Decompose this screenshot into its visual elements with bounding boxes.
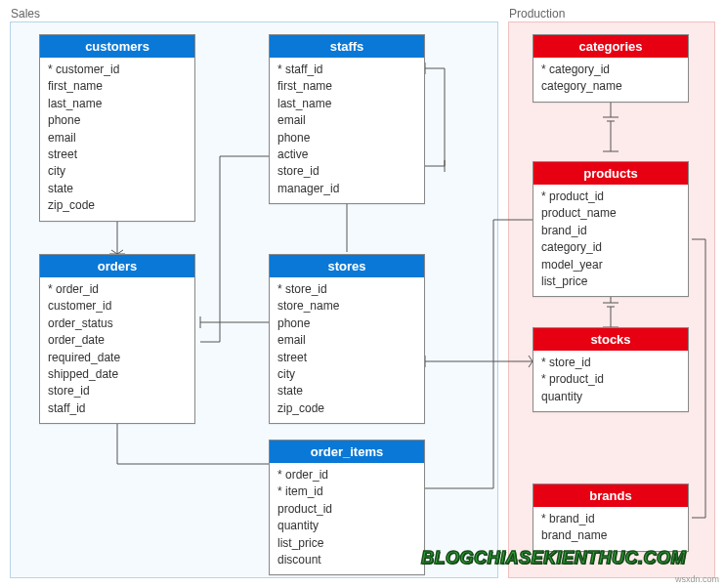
column-name: product_id	[277, 501, 416, 518]
table-order-items: order_items * order_id* item_idproduct_i…	[269, 440, 425, 575]
column-name: product_name	[541, 205, 680, 222]
table-brands-title: brands	[533, 484, 688, 507]
column-name: phone	[277, 130, 416, 147]
table-stocks: stocks * store_id* product_idquantity	[533, 327, 689, 412]
column-name: first_name	[277, 78, 416, 95]
column-name: email	[48, 130, 187, 147]
column-name: brand_id	[541, 223, 680, 239]
column-name: * product_id	[541, 189, 680, 205]
column-name: order_date	[48, 332, 187, 349]
column-name: order_status	[48, 315, 187, 332]
column-name: phone	[48, 112, 187, 129]
column-name: * store_id	[541, 355, 680, 371]
column-name: street	[277, 350, 416, 366]
corner-text: wsxdn.com	[675, 574, 719, 584]
column-name: quantity	[277, 518, 416, 534]
column-name: brand_name	[541, 527, 680, 544]
table-customers-columns: * customer_idfirst_namelast_namephoneema…	[40, 58, 194, 221]
watermark-text: BLOGCHIASEKIENTHUC.COM	[421, 548, 686, 568]
column-name: manager_id	[277, 181, 416, 197]
table-customers: customers * customer_idfirst_namelast_na…	[39, 34, 195, 222]
column-name: * staff_id	[277, 62, 416, 78]
column-name: city	[277, 366, 416, 383]
column-name: list_price	[541, 273, 680, 290]
table-orders-title: orders	[40, 255, 194, 277]
table-order-items-columns: * order_id* item_idproduct_idquantitylis…	[270, 463, 424, 574]
table-products: products * product_idproduct_namebrand_i…	[533, 161, 689, 297]
table-orders: orders * order_idcustomer_idorder_status…	[39, 254, 195, 424]
column-name: staff_id	[48, 400, 187, 417]
column-name: quantity	[541, 389, 680, 405]
column-name: * category_id	[541, 62, 680, 78]
column-name: store_id	[277, 163, 416, 180]
column-name: state	[48, 181, 187, 197]
column-name: * order_id	[277, 467, 416, 483]
column-name: store_id	[48, 383, 187, 399]
column-name: shipped_date	[48, 366, 187, 383]
column-name: phone	[277, 315, 416, 332]
table-brands-columns: * brand_idbrand_name	[533, 507, 688, 551]
column-name: * store_id	[277, 281, 416, 298]
column-name: model_year	[541, 257, 680, 273]
table-stocks-columns: * store_id* product_idquantity	[533, 351, 688, 411]
table-categories: categories * category_idcategory_name	[533, 34, 689, 103]
schema-sales-label: Sales	[11, 7, 40, 21]
column-name: * item_id	[277, 483, 416, 500]
column-name: state	[277, 383, 416, 399]
table-customers-title: customers	[40, 35, 194, 58]
table-stores: stores * store_idstore_namephoneemailstr…	[269, 254, 425, 424]
column-name: city	[48, 163, 187, 180]
column-name: category_id	[541, 239, 680, 256]
column-name: * customer_id	[48, 62, 187, 78]
column-name: street	[48, 147, 187, 163]
table-staffs-title: staffs	[270, 35, 424, 58]
column-name: email	[277, 332, 416, 349]
table-products-columns: * product_idproduct_namebrand_idcategory…	[533, 185, 688, 296]
column-name: discount	[277, 552, 416, 568]
column-name: zip_code	[277, 400, 416, 417]
column-name: category_name	[541, 78, 680, 95]
column-name: last_name	[277, 96, 416, 112]
column-name: store_name	[277, 298, 416, 315]
column-name: list_price	[277, 535, 416, 552]
column-name: * brand_id	[541, 511, 680, 527]
table-order-items-title: order_items	[270, 441, 424, 463]
table-stores-columns: * store_idstore_namephoneemailstreetcity…	[270, 277, 424, 423]
column-name: zip_code	[48, 197, 187, 214]
table-brands: brands * brand_idbrand_name	[533, 483, 689, 552]
column-name: active	[277, 147, 416, 163]
column-name: first_name	[48, 78, 187, 95]
column-name: required_date	[48, 350, 187, 366]
table-stocks-title: stocks	[533, 328, 688, 351]
table-products-title: products	[533, 162, 688, 185]
column-name: email	[277, 112, 416, 129]
table-stores-title: stores	[270, 255, 424, 277]
table-orders-columns: * order_idcustomer_idorder_statusorder_d…	[40, 277, 194, 423]
column-name: last_name	[48, 96, 187, 112]
table-staffs: staffs * staff_idfirst_namelast_nameemai…	[269, 34, 425, 204]
column-name: * order_id	[48, 281, 187, 298]
schema-production-label: Production	[509, 7, 565, 21]
table-categories-title: categories	[533, 35, 688, 58]
table-staffs-columns: * staff_idfirst_namelast_nameemailphonea…	[270, 58, 424, 203]
table-categories-columns: * category_idcategory_name	[533, 58, 688, 102]
column-name: * product_id	[541, 371, 680, 388]
column-name: customer_id	[48, 298, 187, 315]
